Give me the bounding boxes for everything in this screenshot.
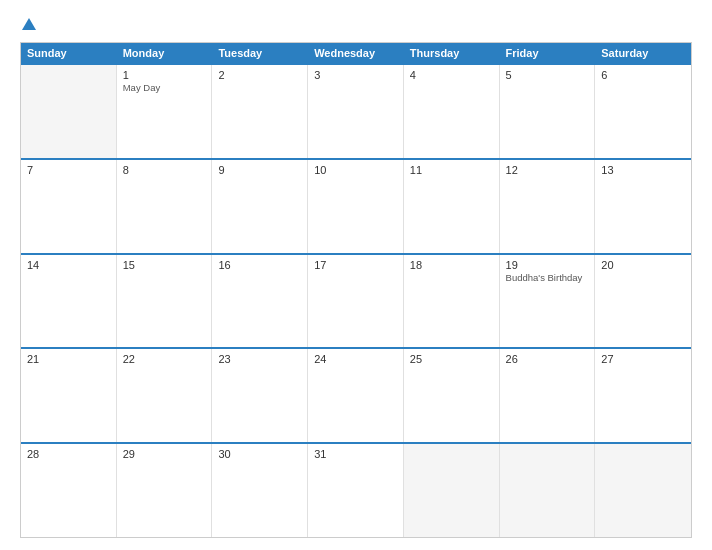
cal-cell: 24: [308, 349, 404, 442]
day-number: 26: [506, 353, 589, 365]
calendar: SundayMondayTuesdayWednesdayThursdayFrid…: [20, 42, 692, 538]
day-number: 10: [314, 164, 397, 176]
cal-cell: 8: [117, 160, 213, 253]
day-number: 5: [506, 69, 589, 81]
cal-cell: [21, 65, 117, 158]
day-number: 19: [506, 259, 589, 271]
weekday-header-saturday: Saturday: [595, 43, 691, 63]
week-row-2: 78910111213: [21, 158, 691, 253]
cal-cell: 11: [404, 160, 500, 253]
weekday-header-sunday: Sunday: [21, 43, 117, 63]
day-number: 4: [410, 69, 493, 81]
cal-cell: 16: [212, 255, 308, 348]
cal-cell: 9: [212, 160, 308, 253]
header: [20, 18, 692, 32]
day-number: 11: [410, 164, 493, 176]
logo-triangle-icon: [22, 18, 36, 30]
cal-cell: 28: [21, 444, 117, 537]
day-number: 15: [123, 259, 206, 271]
week-row-5: 28293031: [21, 442, 691, 537]
day-number: 12: [506, 164, 589, 176]
logo: [20, 18, 36, 32]
day-number: 13: [601, 164, 685, 176]
weekday-header-row: SundayMondayTuesdayWednesdayThursdayFrid…: [21, 43, 691, 63]
day-number: 30: [218, 448, 301, 460]
day-number: 3: [314, 69, 397, 81]
cal-cell: 15: [117, 255, 213, 348]
cal-cell: [500, 444, 596, 537]
cal-cell: 21: [21, 349, 117, 442]
cal-cell: 3: [308, 65, 404, 158]
day-number: 18: [410, 259, 493, 271]
weekday-header-friday: Friday: [500, 43, 596, 63]
cal-cell: 22: [117, 349, 213, 442]
cal-cell: 27: [595, 349, 691, 442]
cal-cell: 25: [404, 349, 500, 442]
day-number: 6: [601, 69, 685, 81]
weekday-header-wednesday: Wednesday: [308, 43, 404, 63]
cal-cell: 13: [595, 160, 691, 253]
day-number: 20: [601, 259, 685, 271]
day-number: 28: [27, 448, 110, 460]
cal-cell: 4: [404, 65, 500, 158]
cal-cell: 14: [21, 255, 117, 348]
cal-cell: 2: [212, 65, 308, 158]
event-label: May Day: [123, 82, 206, 94]
weekday-header-thursday: Thursday: [404, 43, 500, 63]
calendar-page: SundayMondayTuesdayWednesdayThursdayFrid…: [0, 0, 712, 550]
cal-cell: 10: [308, 160, 404, 253]
cal-cell: 12: [500, 160, 596, 253]
cal-cell: 29: [117, 444, 213, 537]
day-number: 21: [27, 353, 110, 365]
day-number: 25: [410, 353, 493, 365]
weekday-header-monday: Monday: [117, 43, 213, 63]
cal-cell: 19Buddha's Birthday: [500, 255, 596, 348]
day-number: 9: [218, 164, 301, 176]
day-number: 23: [218, 353, 301, 365]
cal-cell: 20: [595, 255, 691, 348]
cal-cell: 6: [595, 65, 691, 158]
cal-cell: [595, 444, 691, 537]
cal-cell: 7: [21, 160, 117, 253]
calendar-body: 1May Day2345678910111213141516171819Budd…: [21, 63, 691, 537]
day-number: 8: [123, 164, 206, 176]
weekday-header-tuesday: Tuesday: [212, 43, 308, 63]
day-number: 17: [314, 259, 397, 271]
cal-cell: 26: [500, 349, 596, 442]
day-number: 7: [27, 164, 110, 176]
cal-cell: 18: [404, 255, 500, 348]
cal-cell: 23: [212, 349, 308, 442]
cal-cell: 31: [308, 444, 404, 537]
day-number: 31: [314, 448, 397, 460]
cal-cell: [404, 444, 500, 537]
cal-cell: 5: [500, 65, 596, 158]
week-row-1: 1May Day23456: [21, 63, 691, 158]
day-number: 27: [601, 353, 685, 365]
cal-cell: 30: [212, 444, 308, 537]
day-number: 22: [123, 353, 206, 365]
day-number: 29: [123, 448, 206, 460]
event-label: Buddha's Birthday: [506, 272, 589, 284]
day-number: 24: [314, 353, 397, 365]
day-number: 16: [218, 259, 301, 271]
day-number: 14: [27, 259, 110, 271]
cal-cell: 17: [308, 255, 404, 348]
cal-cell: 1May Day: [117, 65, 213, 158]
day-number: 1: [123, 69, 206, 81]
day-number: 2: [218, 69, 301, 81]
week-row-3: 141516171819Buddha's Birthday20: [21, 253, 691, 348]
week-row-4: 21222324252627: [21, 347, 691, 442]
